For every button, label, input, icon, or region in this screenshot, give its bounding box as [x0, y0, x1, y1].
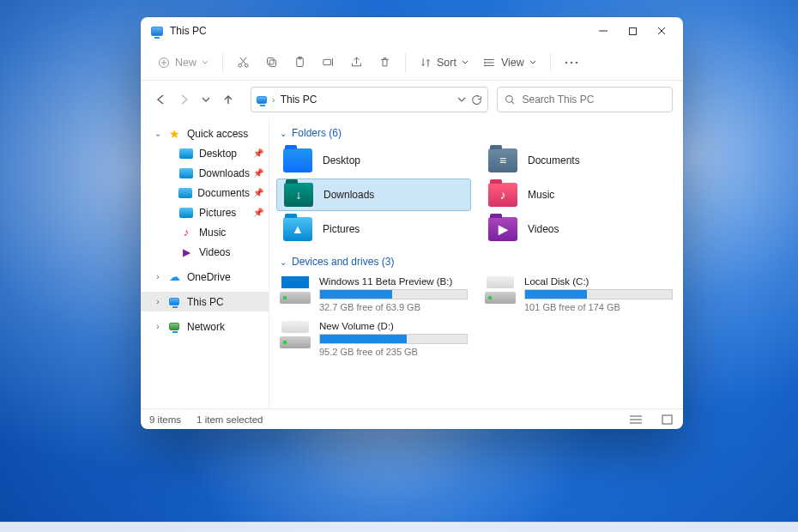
sidebar-item-downloads[interactable]: Downloads 📌 — [141, 163, 269, 183]
breadcrumb-separator-icon: › — [272, 94, 275, 105]
sidebar-quick-access-icon: ★ — [166, 126, 182, 142]
drive-icon — [280, 321, 311, 348]
svg-point-26 — [505, 95, 512, 102]
sidebar-quick-access[interactable]: ⌄ ★ Quick access — [141, 124, 269, 143]
svg-point-20 — [485, 58, 486, 59]
sidebar-item-label: OneDrive — [187, 271, 231, 283]
chevron-down-icon — [529, 59, 536, 66]
sidebar-item-pictures[interactable]: Pictures 📌 — [141, 203, 269, 222]
address-row: › This PC — [141, 81, 683, 118]
drive-free-space: 95.2 GB free of 235 GB — [319, 347, 468, 357]
caret-icon: › — [153, 322, 163, 331]
sidebar-network-icon — [166, 319, 182, 335]
folder-music[interactable]: ♪ Music — [481, 178, 676, 211]
folder-downloads[interactable]: ↓ Downloads — [276, 178, 471, 211]
up-button[interactable] — [218, 88, 239, 112]
svg-point-25 — [576, 61, 578, 63]
drive-icon — [280, 276, 311, 304]
sidebar-item-music[interactable]: ♪ Music — [141, 222, 269, 242]
caret-icon: › — [153, 272, 163, 281]
back-button[interactable] — [151, 88, 172, 112]
folder-icon: ↓ — [284, 183, 313, 207]
details-view-button[interactable] — [628, 413, 644, 426]
folder-pictures[interactable]: ▲ Pictures — [276, 213, 471, 245]
svg-point-23 — [565, 61, 568, 63]
svg-line-27 — [511, 101, 514, 104]
sidebar-item-desktop[interactable]: Desktop 📌 — [141, 143, 269, 163]
refresh-button[interactable] — [471, 94, 482, 106]
sidebar-network[interactable]: › Network — [141, 317, 269, 336]
more-button[interactable] — [558, 50, 585, 76]
view-button-label: View — [501, 57, 524, 69]
drive-item[interactable]: Local Disk (C:) 101 GB free of 174 GB — [481, 275, 676, 314]
search-input[interactable] — [523, 94, 666, 106]
sidebar-this-pc[interactable]: › This PC — [141, 292, 269, 311]
drive-name: Windows 11 Beta Preview (B:) — [319, 276, 468, 287]
sort-button[interactable]: Sort — [413, 50, 475, 76]
pin-icon: 📌 — [253, 208, 263, 217]
view-button[interactable]: View — [477, 50, 543, 76]
large-icons-view-button[interactable] — [659, 413, 674, 426]
folder-label: Documents — [528, 154, 580, 166]
paste-button[interactable] — [287, 50, 313, 76]
sidebar-item-pictures-icon — [178, 205, 194, 221]
titlebar[interactable]: This PC — [141, 17, 683, 45]
toolbar: New Sort View — [141, 45, 683, 81]
drive-free-space: 32.7 GB free of 63.9 GB — [319, 302, 468, 312]
copy-button[interactable] — [258, 50, 285, 76]
svg-rect-11 — [269, 60, 276, 67]
search-box[interactable] — [497, 87, 674, 112]
sidebar-this-pc-icon — [166, 294, 182, 310]
maximize-button[interactable] — [618, 19, 647, 43]
sidebar-item-label: Documents — [197, 187, 250, 199]
sidebar-item-music-icon: ♪ — [178, 225, 194, 240]
folder-icon — [283, 148, 312, 172]
drive-name: New Volume (D:) — [319, 321, 468, 331]
forward-button[interactable] — [173, 88, 194, 112]
drives-group-header[interactable]: ⌄Devices and drives (3) — [276, 251, 676, 273]
sidebar-item-documents[interactable]: Documents 📌 — [141, 183, 269, 203]
drive-name: Local Disk (C:) — [524, 276, 673, 287]
address-bar[interactable]: › This PC — [251, 87, 488, 112]
taskbar[interactable] — [0, 522, 798, 532]
folder-label: Pictures — [323, 223, 360, 235]
close-button[interactable] — [647, 19, 676, 43]
chevron-down-icon[interactable] — [457, 95, 466, 104]
folders-group-header[interactable]: ⌄Folders (6) — [276, 122, 676, 144]
delete-button[interactable] — [372, 50, 398, 76]
drive-usage-bar — [524, 289, 673, 299]
sidebar-item-videos[interactable]: ▶ Videos — [141, 242, 269, 262]
status-item-count: 9 items — [149, 414, 181, 425]
drive-item[interactable]: Windows 11 Beta Preview (B:) 32.7 GB fre… — [276, 275, 471, 314]
sidebar-item-label: This PC — [187, 296, 224, 308]
sidebar-item-label: Quick access — [187, 128, 248, 140]
window-title: This PC — [170, 25, 207, 37]
recent-locations-button[interactable] — [196, 88, 216, 112]
sidebar-item-label: Desktop — [199, 148, 237, 160]
svg-rect-15 — [323, 59, 331, 64]
drive-item[interactable]: New Volume (D:) 95.2 GB free of 235 GB — [276, 319, 471, 359]
sort-button-label: Sort — [437, 57, 456, 69]
sidebar-item-label: Pictures — [199, 207, 236, 219]
sidebar-onedrive[interactable]: › ☁ OneDrive — [141, 267, 269, 287]
svg-rect-31 — [662, 415, 672, 424]
breadcrumb-item[interactable]: This PC — [281, 94, 317, 106]
new-button[interactable]: New — [151, 50, 215, 76]
cut-button[interactable] — [230, 50, 257, 76]
rename-button[interactable] — [315, 50, 342, 76]
folder-desktop[interactable]: Desktop — [276, 144, 471, 177]
folder-icon: ▲ — [283, 217, 312, 241]
share-button[interactable] — [343, 50, 370, 76]
minimize-button[interactable] — [589, 19, 618, 43]
folder-videos[interactable]: ▶ Videos — [481, 213, 676, 245]
folder-documents[interactable]: ≡ Documents — [481, 144, 676, 177]
svg-point-21 — [485, 62, 486, 63]
desktop-background: This PC New Sort — [0, 0, 798, 532]
content-pane[interactable]: ⌄Folders (6) Desktop ≡ Documents ↓ Downl… — [269, 118, 683, 408]
chevron-down-icon — [462, 59, 469, 66]
file-explorer-window: This PC New Sort — [141, 17, 683, 429]
folder-icon: ♪ — [488, 183, 517, 207]
folder-label: Music — [528, 189, 554, 201]
sidebar-item-desktop-icon — [178, 146, 194, 161]
chevron-down-icon — [202, 59, 209, 66]
